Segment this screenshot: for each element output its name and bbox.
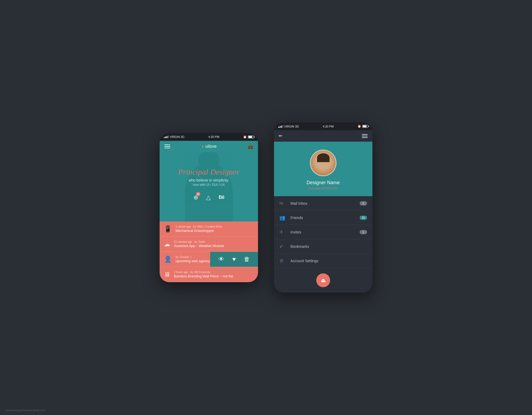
like-action-btn[interactable]: ♥ bbox=[232, 256, 236, 263]
behance-icon-wrap[interactable]: Bē bbox=[219, 195, 224, 200]
friends-icon: 👥 bbox=[279, 215, 288, 221]
logout-button[interactable]: ⏏ bbox=[316, 273, 330, 287]
friends-badge: 25 bbox=[360, 216, 367, 220]
feed-item-content-4: 2 hours ago by: Bill S Kenney Bamboo Bra… bbox=[174, 271, 254, 278]
hero-tagline: love with UI / GUI / UX bbox=[193, 183, 225, 187]
hero-heading: Principal Designer bbox=[178, 167, 240, 176]
feed-item-2[interactable]: ☁ 21 minutes ago by: Dash Assistant App … bbox=[160, 237, 258, 252]
hero-subtitle: who believe in simplicity. bbox=[189, 178, 229, 182]
signal-bar bbox=[282, 125, 283, 128]
dribbble-icon: ⊕ bbox=[193, 194, 198, 201]
avatar bbox=[310, 150, 336, 176]
menu-label-mail: Mail Inbox bbox=[290, 201, 360, 206]
clock-icon: ⏰ bbox=[243, 135, 247, 139]
sketch-icon-wrap[interactable]: △ bbox=[206, 194, 211, 201]
feed-title-2: Assistant App – Weather Module bbox=[174, 244, 254, 248]
feed-title-4: Bamboo Branding Wall Piece – not flat bbox=[174, 274, 254, 278]
mail-icon: ✉ bbox=[279, 200, 288, 206]
feed-icon-phone: 📱 bbox=[164, 225, 172, 233]
menu-label-friends: Friends bbox=[290, 216, 360, 220]
carrier-2: VIRGIN 3G bbox=[284, 125, 299, 128]
phone2-bottom: ⏏ bbox=[274, 268, 372, 293]
logo-text: uilove bbox=[205, 144, 217, 149]
battery-2 bbox=[362, 125, 368, 128]
hero-title-accent: Designer bbox=[210, 167, 239, 176]
top-bar-2: ✏ bbox=[274, 130, 372, 142]
hamburger-icon-2[interactable] bbox=[362, 134, 368, 138]
menu-item-friends[interactable]: 👥 Friends 25 bbox=[274, 211, 372, 225]
clock-icon-2: ⏰ bbox=[358, 125, 361, 128]
hero-bg bbox=[160, 152, 258, 221]
feed-item-content-2: 21 minutes ago by: Dash Assistant App – … bbox=[174, 240, 254, 248]
behance-icon: Bē bbox=[219, 195, 224, 200]
menu-item-mail[interactable]: ✉ Mail Inbox 5 bbox=[274, 196, 372, 211]
status-left-2: VIRGIN 3G bbox=[278, 125, 299, 128]
swipe-actions: 👁 ♥ 🗑 bbox=[210, 252, 258, 267]
menu-item-invites[interactable]: ✈ Invites 1 bbox=[274, 225, 372, 239]
battery-1 bbox=[248, 135, 254, 138]
edit-icon[interactable]: ✏ bbox=[279, 133, 282, 138]
sketch-icon: △ bbox=[206, 194, 211, 201]
delete-action-btn[interactable]: 🗑 bbox=[244, 256, 250, 263]
menu-label-invites: Invites bbox=[290, 230, 360, 234]
signal-bar bbox=[168, 135, 169, 138]
menu-label-settings: Account Settings bbox=[290, 259, 367, 263]
menu-item-settings[interactable]: ⚙ Account Settings bbox=[274, 254, 372, 268]
status-bar-1: VIRGIN 3G 4:20 PM ⏰ bbox=[160, 133, 258, 141]
invites-icon: ✈ bbox=[279, 229, 288, 235]
phone-2: VIRGIN 3G 4:20 PM ⏰ ✏ Designer Name love… bbox=[274, 122, 372, 293]
hero-title-normal: Principal bbox=[178, 167, 208, 176]
feed-icon-screen: 🖥 bbox=[164, 271, 170, 278]
view-action-btn[interactable]: 👁 bbox=[218, 256, 224, 263]
signal-bar bbox=[280, 126, 280, 128]
hero-section: Principal Designer who believe in simpli… bbox=[160, 152, 258, 221]
hero-title: Principal Designer bbox=[178, 167, 240, 176]
signal-bar bbox=[165, 137, 166, 138]
bookmarks-icon: ✔ bbox=[279, 244, 288, 249]
watermark: www.heritagechristiancollege.com bbox=[5, 409, 45, 412]
feed-item-4[interactable]: 🖥 2 hours ago by: Bill S Kenney Bamboo B… bbox=[160, 267, 258, 282]
signal-bar bbox=[164, 137, 165, 138]
avatar-face bbox=[311, 150, 336, 175]
feed-item-3[interactable]: 👤 by: Ghulam ✓ upcoming web agency 👁 ♥ 🗑 bbox=[160, 252, 258, 267]
menu-item-bookmarks[interactable]: ✔ Bookmarks bbox=[274, 239, 372, 254]
hamburger-icon[interactable] bbox=[164, 145, 170, 148]
phones-container: VIRGIN 3G 4:20 PM ⏰ ♥ uilove 💼 bbox=[160, 122, 372, 293]
signal-bar bbox=[281, 126, 282, 128]
status-left-1: VIRGIN 3G bbox=[164, 135, 185, 138]
invites-badge: 1 bbox=[360, 230, 367, 234]
status-right-1: ⏰ bbox=[243, 135, 254, 139]
profile-section: Designer Name love with UI/ GUI / UX bbox=[274, 142, 372, 196]
feed-item-content-1: 1 minute ago by: Mike | Creative Mints M… bbox=[176, 225, 254, 233]
profile-tagline: love with UI/ GUI / UX bbox=[309, 187, 338, 190]
phone-1: VIRGIN 3G 4:20 PM ⏰ ♥ uilove 💼 bbox=[160, 133, 258, 282]
logout-icon: ⏏ bbox=[321, 277, 326, 283]
feed-title-1: Mechanical Grasshopper bbox=[176, 229, 254, 233]
nav-logo: ♥ uilove bbox=[202, 144, 217, 149]
dribbble-icon-wrap[interactable]: 21 ⊕ bbox=[193, 194, 198, 201]
time-1: 4:20 PM bbox=[208, 135, 219, 138]
profile-name: Designer Name bbox=[306, 180, 340, 186]
settings-icon: ⚙ bbox=[279, 258, 288, 264]
feed-meta-1: 1 minute ago by: Mike | Creative Mints bbox=[176, 225, 254, 228]
feed-icon-user: 👤 bbox=[164, 256, 172, 263]
signal-bars-1 bbox=[164, 135, 169, 138]
nav-bar-1: ♥ uilove 💼 bbox=[160, 141, 258, 152]
status-bar-2: VIRGIN 3G 4:20 PM ⏰ bbox=[274, 122, 372, 130]
menu-label-bookmarks: Bookmarks bbox=[290, 244, 367, 249]
suitcase-icon[interactable]: 💼 bbox=[248, 144, 253, 149]
menu-list: ✉ Mail Inbox 5 👥 Friends 25 ✈ Invites 1 … bbox=[274, 196, 372, 268]
feed-item-1[interactable]: 📱 1 minute ago by: Mike | Creative Mints… bbox=[160, 221, 258, 237]
signal-bar bbox=[278, 127, 279, 128]
mail-badge: 5 bbox=[360, 201, 367, 206]
time-2: 4:20 PM bbox=[323, 125, 334, 128]
signal-bars-2 bbox=[278, 125, 283, 128]
status-right-2: ⏰ bbox=[358, 125, 368, 128]
carrier-1: VIRGIN 3G bbox=[170, 135, 185, 138]
feed-icon-cloud: ☁ bbox=[164, 240, 170, 248]
feed-meta-4: 2 hours ago by: Bill S Kenney bbox=[174, 271, 254, 274]
feed-meta-2: 21 minutes ago by: Dash bbox=[174, 240, 254, 243]
heart-icon: ♥ bbox=[202, 144, 204, 149]
signal-bar bbox=[167, 136, 167, 138]
social-row: 21 ⊕ △ Bē bbox=[193, 190, 224, 206]
